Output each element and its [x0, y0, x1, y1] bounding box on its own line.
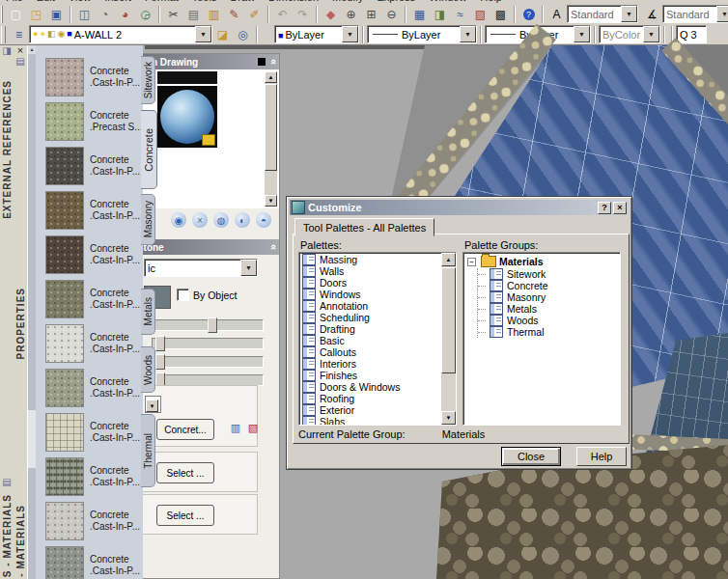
markup-icon[interactable]: ≈ — [450, 5, 470, 23]
cut-icon[interactable]: ✂ — [163, 5, 183, 23]
dialog-titlebar[interactable]: Customize ? × — [290, 200, 629, 215]
material-tool-item[interactable]: Concrete .Cast-In-P... — [36, 188, 143, 233]
texture-file-button[interactable]: Concret... — [156, 419, 214, 440]
layer-dropdown[interactable]: ●●◧◉■ A-WALL 2 ▼ — [29, 25, 212, 43]
layer-translate-icon[interactable]: ◨ — [430, 5, 450, 23]
close-button[interactable]: × — [613, 202, 627, 214]
material-swatch[interactable] — [45, 58, 84, 96]
material-property-slider[interactable] — [152, 338, 264, 349]
copy-icon[interactable]: ▤ — [183, 5, 204, 23]
scroll-up-icon[interactable]: ▲ — [265, 71, 277, 83]
open-icon[interactable]: ◳ — [26, 5, 46, 23]
scroll-down-icon[interactable]: ▼ — [441, 411, 456, 425]
pencil-icon[interactable]: ✎ — [224, 5, 244, 23]
palette-list-item[interactable]: Roofing — [299, 393, 441, 404]
tree-root-materials[interactable]: − Materials — [463, 253, 620, 268]
save-icon[interactable]: ▣ — [46, 5, 67, 23]
new-file-icon[interactable]: ▢ — [6, 5, 26, 23]
palette-tab[interactable]: Metals — [141, 289, 155, 335]
preview-map-icon[interactable]: ▥ — [228, 421, 243, 435]
material-tool-item[interactable]: Concrete .Cast-In-P... — [36, 277, 143, 321]
undo-icon[interactable]: ↶ — [272, 5, 293, 23]
paste-icon[interactable]: ▥ — [204, 5, 224, 23]
material-swatch[interactable] — [45, 102, 84, 141]
material-thumbnail-selected[interactable] — [157, 86, 217, 148]
select-image-button-2[interactable]: Select ... — [156, 505, 214, 526]
by-object-checkbox[interactable] — [177, 289, 189, 301]
redo-icon[interactable]: ↷ — [293, 5, 313, 23]
table-icon[interactable]: ▦ — [409, 5, 430, 23]
menu-item[interactable]: Window — [429, 0, 466, 3]
chevron-down-icon[interactable]: ▼ — [621, 6, 637, 22]
palette-list-item[interactable]: Annotation — [299, 300, 441, 312]
palettes-scrollbar[interactable]: ▲ ▼ — [441, 253, 456, 425]
materials-in-drawing-header[interactable]: ls in Drawing « — [136, 54, 279, 69]
text-style-icon[interactable]: A — [546, 5, 567, 23]
match-properties-icon[interactable]: ✐ — [244, 5, 265, 23]
chevron-up-icon[interactable]: « — [268, 244, 280, 250]
dim-style-icon[interactable]: ∡ — [642, 5, 662, 23]
material-tool-item[interactable]: Concrete .Cast-In-P... — [36, 321, 143, 366]
make-object-layer-current-icon[interactable]: ◪ — [212, 25, 233, 43]
menu-item[interactable]: Express — [377, 0, 415, 3]
menu-item[interactable]: Help — [480, 0, 502, 3]
linetype-control-dropdown[interactable]: ByLayer ▼ — [367, 25, 477, 43]
material-swatch[interactable] — [45, 546, 84, 579]
material-type-dropdown[interactable]: ic ▼ — [144, 259, 258, 277]
tree-child-item[interactable]: Thermal — [478, 326, 620, 338]
material-tool-item[interactable]: Concrete .Cast-In-P... — [36, 55, 143, 99]
select-image-button-1[interactable]: Select ... — [156, 462, 214, 483]
menu-item[interactable]: File — [6, 0, 23, 3]
menu-item[interactable]: Modify — [332, 0, 363, 3]
menu-item[interactable]: Insert — [104, 0, 131, 3]
chevron-down-icon[interactable]: ▼ — [460, 26, 476, 42]
scroll-down-icon[interactable]: ▼ — [265, 195, 277, 207]
close-icon[interactable]: × — [17, 45, 23, 56]
palette-list-item[interactable]: Callouts — [299, 346, 441, 358]
xref-attach-icon[interactable]: ◫ — [74, 5, 95, 23]
palette-list-item[interactable]: Windows — [299, 289, 441, 300]
material-swatch[interactable] — [45, 147, 84, 185]
material-tool-item[interactable]: Concrete .Precast S... — [36, 99, 143, 144]
create-material-icon[interactable]: ◉ — [171, 212, 186, 228]
material-swatch[interactable] — [45, 369, 84, 407]
chevron-up-icon[interactable]: « — [268, 59, 280, 65]
plot-icon[interactable]: ◕ — [115, 5, 135, 23]
menu-item[interactable]: Draw — [230, 0, 255, 3]
zoom-window-icon[interactable]: ⊞ — [361, 5, 381, 23]
scrollbar-thumb[interactable] — [265, 84, 277, 171]
preview-scrollbar[interactable]: ▲ ▼ — [265, 71, 277, 207]
palette-list-item[interactable]: Massing — [299, 254, 441, 265]
menu-item[interactable]: View — [69, 0, 92, 3]
tree-child-item[interactable]: Masonry — [478, 291, 620, 303]
chevron-down-icon[interactable]: ▼ — [195, 26, 211, 42]
palette-tab[interactable]: Sitework — [141, 56, 155, 104]
palette-list-item[interactable]: Slabs — [299, 416, 441, 426]
pan-icon[interactable]: ◆ — [321, 5, 341, 23]
material-swatch[interactable] — [45, 324, 84, 363]
material-tool-item[interactable]: Concrete .Cast-In-P... — [36, 455, 143, 499]
material-swatch[interactable] — [45, 413, 84, 452]
chevron-down-icon[interactable]: ▼ — [342, 26, 358, 42]
apply-material-icon[interactable]: ◐ — [235, 212, 250, 228]
material-tool-item[interactable]: Concrete .Cast-In-P... — [36, 410, 143, 455]
menu-item[interactable]: Edit — [37, 0, 55, 3]
delete-map-icon[interactable]: ▧ — [245, 421, 261, 435]
palettes-listbox[interactable]: Massing Walls Doors Windows — [298, 252, 457, 426]
palette-list-item[interactable]: Doors — [299, 277, 441, 289]
palette-tab[interactable]: Masonry — [141, 194, 155, 245]
style-dropdown[interactable]: Standard ▼ — [567, 5, 638, 23]
external-references-bar[interactable]: ◨ EXTERNAL REFERENCES ▤ S - MATERIALS — [0, 45, 14, 579]
tab-tool-palettes-all-palettes[interactable]: Tool Palettes - All Palettes — [294, 218, 434, 236]
color-control-dropdown[interactable]: ■ByLayer ▼ — [274, 25, 359, 43]
material-tool-item[interactable]: Concrete .Cast-In-P... — [36, 366, 143, 410]
tree-collapse-icon[interactable]: − — [467, 258, 476, 266]
calculator-icon[interactable]: ▩ — [490, 5, 511, 23]
palette-list-item[interactable]: Basic — [299, 335, 441, 346]
palette-groups-tree[interactable]: − Materials Sitework Concrete — [462, 252, 621, 426]
material-thumbnail-partial[interactable] — [157, 71, 217, 86]
chevron-down-icon[interactable]: ▼ — [574, 26, 590, 42]
material-property-slider[interactable] — [152, 319, 264, 331]
material-swatch[interactable] — [45, 502, 84, 540]
palette-list-item[interactable]: Doors & Windows — [299, 381, 441, 393]
